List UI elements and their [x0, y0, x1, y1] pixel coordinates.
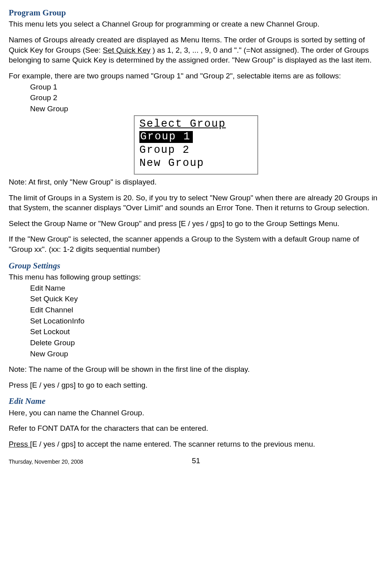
lcd-title: Select Group	[139, 118, 253, 129]
en-p3-rest: [E / yes / gps] to accept the name enter…	[30, 440, 315, 448]
list-item: Group 1	[30, 82, 383, 92]
lcd-row-0: Group 1	[139, 131, 253, 143]
gs-items: Edit Name Set Quick Key Edit Channel Set…	[9, 283, 383, 359]
list-item: New Group	[30, 349, 383, 359]
pg-p3: For example, there are two groups named …	[9, 71, 383, 81]
lcd-panel: Select Group Group 1 Group 2 New Group	[134, 115, 258, 174]
gs-press: Press [E / yes / gps] to go to each sett…	[9, 380, 383, 390]
list-item: Set LocationInfo	[30, 316, 383, 326]
pg-note1: Note: At first, only "New Group" is disp…	[9, 177, 383, 187]
list-item: Edit Name	[30, 283, 383, 293]
gs-note: Note: The name of the Group will be show…	[9, 364, 383, 375]
en-p3-press: Press	[9, 440, 30, 448]
en-p1: Here, you can name the Channel Group.	[9, 408, 383, 418]
list-item: New Group	[30, 104, 383, 114]
footer-page-number: 51	[133, 456, 258, 466]
footer-date: Thursday, November 20, 2008	[9, 458, 133, 466]
lcd-screenshot: Select Group Group 1 Group 2 New Group	[9, 115, 383, 174]
pg-p5: Select the Group Name or "New Group" and…	[9, 219, 383, 229]
list-item: Group 2	[30, 93, 383, 103]
pg-p1: This menu lets you select a Channel Grou…	[9, 19, 383, 29]
heading-edit-name: Edit Name	[9, 396, 383, 407]
list-item: Set Lockout	[30, 327, 383, 337]
heading-group-settings: Group Settings	[9, 260, 383, 271]
en-p3: Press [E / yes / gps] to accept the name…	[9, 439, 383, 449]
pg-p2: Names of Groups already created are disp…	[9, 35, 383, 65]
pg-p4: The limit of Groups in a System is 20. S…	[9, 193, 383, 213]
gs-intro: This menu has following group settings:	[9, 272, 383, 282]
pg-p6: If the "New Group" is selected, the scan…	[9, 234, 383, 254]
pg-example-list: Group 1 Group 2 New Group	[9, 82, 383, 114]
lcd-row-2: New Group	[139, 157, 253, 170]
page-footer: Thursday, November 20, 2008 51	[9, 456, 383, 466]
list-item: Set Quick Key	[30, 294, 383, 304]
lcd-row-1: Group 2	[139, 144, 253, 157]
lcd-selected-row: Group 1	[139, 131, 193, 143]
link-set-quick-key[interactable]: Set Quick Key	[103, 46, 150, 54]
list-item: Edit Channel	[30, 305, 383, 315]
list-item: Delete Group	[30, 338, 383, 348]
heading-program-group: Program Group	[9, 7, 383, 18]
en-p2: Refer to FONT DATA for the characters th…	[9, 423, 383, 434]
